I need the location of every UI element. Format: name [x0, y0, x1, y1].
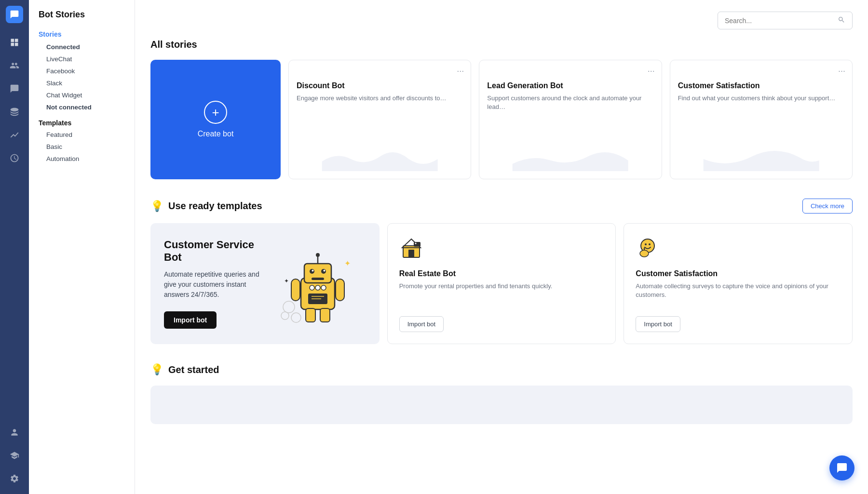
story-card-2: ··· Customer Satisfaction Find out what … — [670, 60, 853, 179]
svg-point-10 — [315, 285, 320, 290]
bulb-icon: 💡 — [150, 200, 163, 213]
create-bot-label: Create bot — [198, 130, 234, 138]
card-menu-dots-2[interactable]: ··· — [838, 66, 845, 76]
nav-automation[interactable]: Automation — [29, 153, 135, 165]
nav-icon-clock[interactable] — [5, 148, 24, 168]
featured-import-button[interactable]: Import bot — [164, 311, 217, 329]
nav-stories[interactable]: Stories — [29, 27, 135, 41]
template-title-1: Customer Satisfaction — [636, 269, 841, 278]
template-card-1: Customer Satisfaction Automate collectin… — [624, 223, 853, 344]
template-featured-card: Customer Service Bot Automate repetitive… — [150, 223, 380, 344]
nav-featured[interactable]: Featured — [29, 129, 135, 141]
svg-point-31 — [649, 243, 651, 245]
svg-point-30 — [645, 243, 647, 245]
card-desc-2: Find out what your customers think about… — [678, 94, 844, 103]
top-bar — [150, 12, 853, 29]
get-started-header: 💡 Get started — [150, 363, 853, 376]
nav-icon-settings[interactable] — [5, 469, 24, 488]
nav-connected[interactable]: Connected — [29, 41, 135, 53]
nav-icon-academy[interactable] — [5, 446, 24, 465]
wave-area-2 — [678, 103, 844, 171]
nav-icon-team[interactable] — [5, 423, 24, 442]
svg-point-22 — [281, 312, 289, 320]
svg-point-6 — [312, 269, 313, 271]
svg-point-7 — [323, 269, 325, 271]
get-started-bulb-icon: 💡 — [150, 363, 163, 376]
icon-sidebar — [0, 0, 29, 494]
get-started-card — [150, 386, 853, 424]
search-input[interactable] — [725, 17, 834, 25]
nav-icon-database[interactable] — [5, 102, 24, 121]
create-plus-icon: + — [204, 101, 227, 124]
template-icon-0 — [399, 235, 604, 264]
page-title: Bot Stories — [29, 10, 135, 27]
templates-header: 💡 Use ready templates Check more — [150, 199, 853, 214]
svg-text:✦: ✦ — [344, 259, 351, 267]
nav-icon-analytics[interactable] — [5, 125, 24, 145]
get-started-title: Get started — [168, 364, 219, 375]
logo-icon[interactable] — [6, 6, 23, 23]
featured-title: Customer Service Bot — [164, 239, 260, 264]
card-title-0: Discount Bot — [297, 81, 463, 90]
featured-desc: Automate repetitive queries and give you… — [164, 269, 260, 300]
wave-area-0 — [297, 103, 463, 171]
featured-content: Customer Service Bot Automate repetitive… — [164, 239, 260, 329]
card-menu-dots-1[interactable]: ··· — [648, 66, 655, 76]
robot-illustration: ✦ ✦ — [270, 240, 366, 328]
card-menu-dots-0[interactable]: ··· — [457, 66, 464, 76]
nav-icon-users[interactable] — [5, 56, 24, 75]
main-content: All stories + Create bot ··· Discount Bo… — [135, 0, 868, 494]
svg-rect-27 — [414, 242, 420, 247]
nav-not-connected[interactable]: Not connected — [29, 101, 135, 113]
template-card-0: Real Estate Bot Promote your rental prop… — [387, 223, 616, 344]
templates-grid: Customer Service Bot Automate repetitive… — [150, 223, 853, 344]
svg-point-32 — [640, 250, 649, 257]
svg-rect-17 — [306, 308, 315, 322]
nav-slack[interactable]: Slack — [29, 77, 135, 89]
story-card-0: ··· Discount Bot Engage more website vis… — [288, 60, 471, 179]
nav-chat-widget[interactable]: Chat Widget — [29, 89, 135, 101]
search-container — [718, 12, 853, 29]
nav-livechat[interactable]: LiveChat — [29, 53, 135, 65]
templates-title: Use ready templates — [168, 200, 262, 212]
svg-rect-16 — [336, 279, 344, 301]
create-bot-card[interactable]: + Create bot — [150, 60, 281, 179]
nav-facebook[interactable]: Facebook — [29, 65, 135, 77]
template-desc-0: Promote your rental properties and find … — [399, 282, 604, 307]
template-title-0: Real Estate Bot — [399, 269, 604, 278]
svg-rect-15 — [291, 279, 300, 301]
check-more-button[interactable]: Check more — [802, 199, 853, 214]
svg-rect-26 — [408, 250, 414, 257]
nav-templates-header: Templates — [29, 113, 135, 129]
nav-icon-dashboard[interactable] — [5, 33, 24, 52]
search-icon — [838, 16, 845, 25]
nav-basic[interactable]: Basic — [29, 141, 135, 153]
card-title-2: Customer Satisfaction — [678, 81, 844, 90]
svg-point-3 — [316, 253, 320, 257]
import-button-0[interactable]: Import bot — [399, 316, 444, 332]
wave-area-1 — [487, 111, 653, 171]
floating-chat-button[interactable] — [829, 455, 854, 481]
svg-point-9 — [310, 285, 314, 290]
svg-rect-8 — [312, 278, 324, 280]
template-desc-1: Automate collecting surveys to capture t… — [636, 282, 841, 307]
svg-point-4 — [310, 269, 314, 274]
svg-point-23 — [291, 313, 301, 322]
card-desc-0: Engage more website visitors and offer d… — [297, 94, 463, 103]
svg-text:✦: ✦ — [284, 278, 289, 284]
import-button-1[interactable]: Import bot — [636, 316, 680, 332]
nav-icon-chat[interactable] — [5, 79, 24, 98]
svg-rect-18 — [320, 308, 330, 322]
left-nav: Bot Stories Stories Connected LiveChat F… — [29, 0, 135, 494]
stories-grid: + Create bot ··· Discount Bot Engage mor… — [150, 60, 853, 179]
card-title-1: Lead Generation Bot — [487, 81, 653, 90]
svg-point-5 — [321, 269, 326, 274]
templates-title-area: 💡 Use ready templates — [150, 200, 262, 213]
story-card-1: ··· Lead Generation Bot Support customer… — [479, 60, 662, 179]
svg-point-28 — [415, 243, 416, 244]
template-icon-1 — [636, 235, 841, 264]
svg-point-21 — [283, 301, 295, 313]
svg-point-11 — [321, 285, 326, 290]
all-stories-title: All stories — [150, 39, 853, 50]
card-desc-1: Support customers around the clock and a… — [487, 94, 653, 111]
